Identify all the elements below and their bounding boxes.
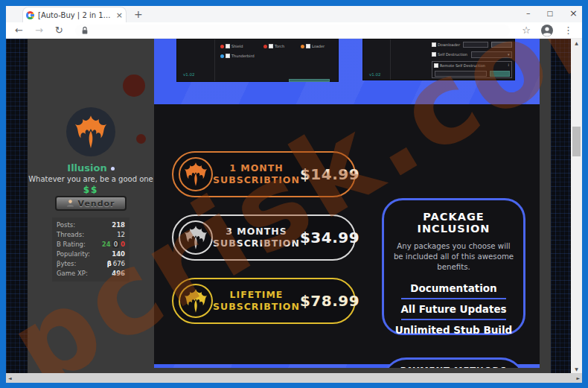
stat-rating: B Rating: 2400 <box>57 240 125 249</box>
address-bar[interactable] <box>75 25 511 36</box>
phoenix-avatar[interactable] <box>66 107 115 156</box>
mini-group-box: Remote Self Destruction i <box>432 61 512 78</box>
checkbox <box>434 63 438 68</box>
maximize-icon[interactable]: □ <box>547 10 554 17</box>
page-content: Illusion Whatever you are, be a good one… <box>6 39 582 383</box>
online-dot-icon <box>111 167 115 171</box>
mini-checkbox-item: Thunderbird <box>220 54 255 58</box>
user-stats: Posts: 218 Threads: 12 B Rating: 2400 Po… <box>52 217 130 282</box>
money-indicator: $$ <box>28 185 154 195</box>
browser-tab[interactable]: [Auto-Buy | 2 in 1] Phoenix Keylo × <box>22 7 127 22</box>
username[interactable]: Illusion <box>67 162 106 174</box>
checkbox <box>432 42 436 47</box>
app-icon <box>220 45 224 48</box>
scrollbar-thumb[interactable] <box>572 127 581 156</box>
payment-methods-panel: PAYMENT METHODS ₿ Perfect Money <box>382 357 525 368</box>
horizontal-scrollbar[interactable]: ◄ ► <box>6 373 582 383</box>
app-icon <box>263 45 267 48</box>
username-row: Illusion <box>28 162 154 174</box>
tab-title: [Auto-Buy | 2 in 1] Phoenix Keylo <box>38 11 112 19</box>
vertical-scrollbar[interactable]: ▲ ▼ <box>571 39 582 373</box>
stat-threads: Threads: 12 <box>57 230 125 240</box>
person-icon <box>66 199 74 208</box>
app-screenshot-right: Downloader Self Destruction ▾ Remote Sel… <box>362 39 515 80</box>
browser-toolbar: ← → ↻ ☆ ⋮ <box>6 22 582 39</box>
checkbox <box>226 54 230 58</box>
back-icon[interactable]: ← <box>15 25 23 35</box>
post-area: Shield Torch Loader Thunderbird v <box>154 39 540 368</box>
checkbox <box>226 44 230 48</box>
payment-title: PAYMENT METHODS <box>384 366 523 368</box>
reload-icon[interactable]: ↻ <box>55 25 63 35</box>
price-label: $78.99 <box>300 292 359 310</box>
scroll-up-icon[interactable]: ▲ <box>571 40 582 45</box>
price-label: $34.99 <box>300 229 359 247</box>
mini-checkbox-item: Shield <box>220 44 243 48</box>
close-tab-icon[interactable]: × <box>116 11 123 19</box>
close-icon[interactable]: × <box>569 7 578 19</box>
package-body: Any packages you choose will be included… <box>393 241 514 272</box>
price-label: $14.99 <box>300 165 359 183</box>
checkbox <box>306 44 310 48</box>
menu-dots-icon[interactable]: ⋮ <box>563 25 573 35</box>
mini-checkbox-item: Torch <box>263 44 284 48</box>
version-label: v1.02 <box>183 72 195 77</box>
decor-blob <box>123 74 145 97</box>
package-title: PACKAGE INCLUSION <box>393 211 514 235</box>
scroll-left-icon[interactable]: ◄ <box>8 375 12 381</box>
subscription-card-3months[interactable]: 3 MONTHS SUBSCRIBTION $34.99 <box>172 214 356 261</box>
package-item: Unlimited Stub Build <box>393 320 514 340</box>
package-item: Documentation <box>393 279 514 298</box>
app-screenshot-left: Shield Torch Loader Thunderbird v <box>176 39 339 82</box>
app-icon <box>301 45 304 48</box>
phoenix-icon <box>179 157 213 191</box>
vendor-badge: Vendor <box>55 196 127 211</box>
mini-form-row: Self Destruction <box>432 52 467 57</box>
scroll-right-icon[interactable]: ► <box>576 375 580 381</box>
offer-panel: 1 MONTH SUBSCRIBTION $14.99 3 MONTHS SUB… <box>154 104 540 364</box>
bookmark-star-icon[interactable]: ☆ <box>522 25 531 35</box>
package-item: All Future Updates <box>393 299 514 319</box>
checkbox <box>432 52 436 57</box>
browser-window: [Auto-Buy | 2 in 1] Phoenix Keylo × + – … <box>6 6 582 383</box>
new-tab-button[interactable]: + <box>134 8 143 20</box>
lock-icon <box>81 26 89 35</box>
subscription-card-1month[interactable]: 1 MONTH SUBSCRIBTION $14.99 <box>172 151 356 197</box>
subscription-card-lifetime[interactable]: LIFETIME SUBSCRIBTION $78.99 <box>172 278 356 324</box>
app-icon <box>220 54 224 58</box>
stat-bytes: βytes: β676 <box>57 259 125 269</box>
mini-form-row: Downloader <box>432 42 460 47</box>
phoenix-icon <box>179 284 213 318</box>
package-inclusion-panel: PACKAGE INCLUSION Any packages you choos… <box>382 198 525 335</box>
decor-blob <box>136 134 146 144</box>
stat-gamexp: Game XP: 496 <box>57 269 125 279</box>
profile-avatar-icon[interactable] <box>541 25 553 36</box>
vendor-badge-label: Vendor <box>77 199 115 209</box>
profile-sidebar: Illusion Whatever you are, be a good one… <box>28 39 154 373</box>
scroll-down-icon[interactable]: ▼ <box>571 366 582 372</box>
tab-bar: [Auto-Buy | 2 in 1] Phoenix Keylo × + – … <box>6 6 582 22</box>
mini-button <box>289 79 330 82</box>
mini-checkbox-item: Loader <box>301 44 325 48</box>
google-favicon <box>26 11 34 19</box>
stat-posts: Posts: 218 <box>57 220 125 230</box>
user-tagline: Whatever you are, be a good one <box>28 175 154 183</box>
checkbox <box>269 44 273 48</box>
stat-popularity: Popularity: 140 <box>57 249 125 259</box>
phoenix-icon <box>179 220 213 255</box>
forward-icon[interactable]: → <box>35 25 43 35</box>
minimize-icon[interactable]: – <box>526 8 531 18</box>
version-label: v1.02 <box>369 72 381 77</box>
